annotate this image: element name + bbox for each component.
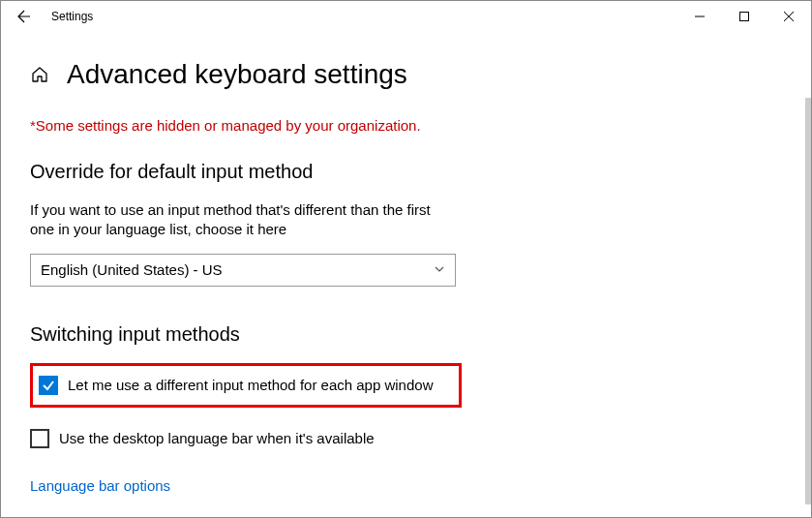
- language-bar-options-link[interactable]: Language bar options: [30, 477, 170, 494]
- svg-rect-1: [740, 13, 749, 21]
- close-icon: [784, 12, 794, 21]
- per-app-input-label: Let me use a different input method for …: [68, 377, 433, 393]
- per-app-input-checkbox[interactable]: [39, 376, 58, 395]
- minimize-icon: [695, 12, 705, 21]
- org-warning: *Some settings are hidden or managed by …: [30, 117, 782, 134]
- vertical-scrollbar[interactable]: [805, 98, 811, 504]
- input-method-dropdown[interactable]: English (United States) - US: [30, 254, 456, 287]
- window-controls: [677, 1, 811, 32]
- settings-window: Settings Advanced keyboard settings *Som…: [0, 0, 812, 518]
- maximize-icon: [739, 12, 749, 21]
- check-icon: [42, 379, 55, 392]
- page-title: Advanced keyboard settings: [67, 59, 407, 90]
- desktop-language-bar-option: Use the desktop language bar when it's a…: [30, 429, 782, 448]
- titlebar: Settings: [1, 1, 811, 32]
- back-button[interactable]: [9, 1, 40, 32]
- desktop-language-bar-checkbox[interactable]: [30, 429, 49, 448]
- minimize-button[interactable]: [677, 1, 722, 32]
- override-description: If you want to use an input method that'…: [30, 200, 446, 240]
- dropdown-selected-value: English (United States) - US: [41, 261, 223, 278]
- page-header: Advanced keyboard settings: [30, 59, 782, 90]
- per-app-input-option-highlight: Let me use a different input method for …: [30, 363, 462, 408]
- content-area: Advanced keyboard settings *Some setting…: [1, 32, 811, 495]
- desktop-language-bar-label: Use the desktop language bar when it's a…: [59, 430, 375, 446]
- switching-section: Switching input methods Let me use a dif…: [30, 323, 782, 495]
- override-section-title: Override for default input method: [30, 161, 782, 183]
- close-button[interactable]: [767, 1, 811, 32]
- switching-section-title: Switching input methods: [30, 323, 782, 346]
- chevron-down-icon: [434, 261, 445, 279]
- home-icon[interactable]: [30, 65, 49, 84]
- window-title: Settings: [51, 10, 93, 23]
- arrow-left-icon: [16, 9, 32, 24]
- maximize-button[interactable]: [722, 1, 767, 32]
